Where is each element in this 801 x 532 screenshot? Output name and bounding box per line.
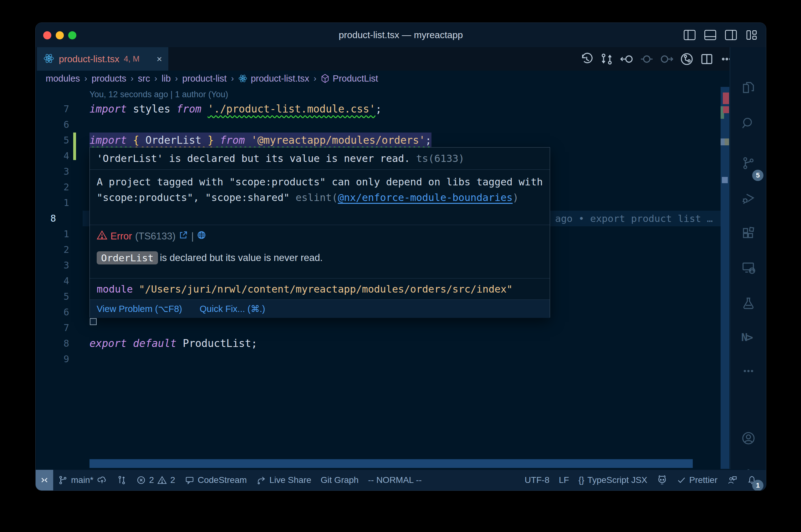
share-icon bbox=[256, 475, 266, 485]
testing-icon[interactable] bbox=[741, 296, 756, 311]
git-branch-status[interactable]: main* bbox=[53, 470, 112, 490]
open-changes-icon[interactable] bbox=[599, 51, 615, 67]
tab-decoration: 4, M bbox=[124, 54, 140, 64]
breadcrumb-separator: › bbox=[175, 74, 178, 83]
code-line[interactable]: 6 bbox=[36, 117, 730, 133]
feedback-status[interactable] bbox=[722, 470, 742, 490]
breadcrumb-separator: › bbox=[154, 74, 158, 83]
next-change-icon[interactable] bbox=[659, 51, 675, 67]
gitlens-graph-icon[interactable] bbox=[679, 51, 695, 67]
vim-mode-status[interactable]: -- NORMAL -- bbox=[363, 470, 426, 490]
source-control-icon[interactable] bbox=[741, 156, 756, 170]
code-line[interactable]: 5import { OrderList } from '@myreactapp/… bbox=[36, 133, 730, 148]
change-marker-icon[interactable] bbox=[639, 51, 655, 67]
open-external-icon[interactable] bbox=[179, 230, 188, 242]
tab-label: product-list.tsx bbox=[59, 54, 119, 64]
language-mode-status[interactable]: {}TypeScript JSX bbox=[574, 470, 652, 490]
code-line[interactable]: 7import styles from './product-list.modu… bbox=[36, 101, 730, 117]
breadcrumb-separator: › bbox=[231, 74, 234, 83]
nx-console-icon[interactable]: N> bbox=[741, 331, 756, 345]
editor-actions bbox=[579, 47, 735, 71]
person-feedback-icon bbox=[727, 475, 738, 485]
split-editor-icon[interactable] bbox=[699, 51, 715, 67]
warnings-icon bbox=[157, 475, 167, 485]
remote-indicator[interactable] bbox=[36, 470, 53, 490]
customize-layout-icon[interactable] bbox=[745, 30, 758, 41]
close-tab-icon[interactable]: × bbox=[157, 54, 162, 64]
breadcrumb-item-productlist[interactable]: ProductList bbox=[321, 73, 378, 84]
code-line[interactable]: 7 bbox=[36, 320, 730, 336]
explorer-icon[interactable] bbox=[741, 80, 756, 95]
titlebar: product-list.tsx — myreactapp bbox=[36, 23, 766, 47]
eol-status[interactable]: LF bbox=[554, 470, 574, 490]
activity-bar: 5 N> 1 bbox=[730, 47, 766, 469]
encoding-status[interactable]: UTF-8 bbox=[520, 470, 554, 490]
breadcrumb-separator: › bbox=[313, 74, 316, 83]
remote-explorer-icon[interactable] bbox=[741, 260, 756, 275]
tab-product-list[interactable]: product-list.tsx 4, M × bbox=[37, 47, 168, 71]
line-number: 5 bbox=[36, 289, 69, 304]
additional-views-icon[interactable] bbox=[741, 364, 756, 378]
react-icon bbox=[238, 74, 248, 83]
breadcrumb-label: products bbox=[92, 73, 126, 84]
git-blame-lens[interactable]: You, 12 seconds ago | 1 author (You) bbox=[90, 88, 228, 101]
toggle-secondary-sidebar-icon[interactable] bbox=[725, 30, 737, 41]
line-number: 7 bbox=[36, 320, 69, 336]
line-number: 4 bbox=[36, 148, 69, 164]
hover-nx-error-section: Error (TS6133) | OrderList is declared b… bbox=[90, 225, 550, 278]
github-status[interactable] bbox=[652, 470, 672, 490]
symbol-badge: OrderList bbox=[97, 251, 158, 264]
problems-status[interactable]: 2 2 bbox=[131, 470, 180, 490]
breadcrumb-label: product-list bbox=[182, 73, 227, 84]
quick-fix-button[interactable]: Quick Fix... (⌘.) bbox=[200, 304, 265, 314]
toggle-panel-icon[interactable] bbox=[704, 30, 716, 41]
vertical-scrollbar[interactable] bbox=[721, 87, 729, 469]
account-icon[interactable] bbox=[741, 431, 756, 445]
line-number: 5 bbox=[36, 133, 69, 148]
globe-icon[interactable] bbox=[197, 230, 206, 242]
errors-icon bbox=[136, 475, 146, 485]
view-problem-button[interactable]: View Problem (⌥F8) bbox=[97, 304, 182, 314]
toggle-sidebar-icon[interactable] bbox=[684, 30, 696, 41]
search-icon[interactable] bbox=[741, 116, 756, 131]
compare-changes-status[interactable] bbox=[112, 470, 131, 490]
breadcrumb-separator: › bbox=[131, 74, 133, 83]
live-share-status[interactable]: Live Share bbox=[252, 470, 316, 490]
line-number: 8 bbox=[50, 211, 75, 226]
code-line[interactable]: 8export default ProductList; bbox=[36, 336, 730, 352]
line-number: 2 bbox=[36, 242, 69, 258]
overview-ruler-cursor-marker bbox=[722, 177, 728, 183]
hover-resize-handle[interactable] bbox=[90, 318, 97, 325]
git-graph-status[interactable]: Git Graph bbox=[316, 470, 363, 490]
prettier-status[interactable]: Prettier bbox=[672, 470, 722, 490]
breadcrumb-item-product-list[interactable]: product-list bbox=[182, 73, 227, 84]
horizontal-scrollbar[interactable] bbox=[90, 459, 693, 468]
overview-ruler-info-marker bbox=[725, 138, 729, 145]
symbol-box-icon bbox=[321, 74, 329, 83]
line-number: 7 bbox=[36, 101, 69, 117]
vscode-window: product-list.tsx — myreactapp product-li… bbox=[35, 22, 766, 491]
extensions-icon[interactable] bbox=[741, 226, 756, 241]
line-number: 4 bbox=[36, 273, 69, 289]
code-editor[interactable]: You, 12 seconds ago | 1 author (You) 7im… bbox=[36, 86, 730, 470]
breadcrumb-label: product-list.tsx bbox=[251, 73, 309, 84]
timeline-history-icon[interactable] bbox=[579, 51, 595, 67]
run-debug-icon[interactable] bbox=[741, 191, 756, 205]
warning-triangle-icon bbox=[97, 230, 107, 243]
eslint-rule-link[interactable]: @nx/enforce-module-boundaries bbox=[338, 192, 513, 204]
code-line[interactable]: 9 bbox=[36, 352, 730, 367]
breadcrumb-item-modules[interactable]: modules bbox=[46, 73, 80, 84]
breadcrumb-item-product-list-tsx[interactable]: product-list.tsx bbox=[238, 73, 309, 84]
hover-ts-diagnostic: 'OrderList' is declared but its value is… bbox=[90, 148, 550, 169]
previous-change-icon[interactable] bbox=[619, 51, 635, 67]
error-message: is declared but its value is never read. bbox=[160, 252, 323, 264]
tab-bar: product-list.tsx 4, M × bbox=[36, 47, 766, 71]
error-label: Error bbox=[110, 231, 132, 242]
breadcrumb-item-products[interactable]: products bbox=[92, 73, 126, 84]
codestream-status[interactable]: CodeStream bbox=[180, 470, 252, 490]
octoface-icon bbox=[657, 475, 668, 486]
breadcrumb-item-src[interactable]: src bbox=[138, 73, 150, 84]
breadcrumb-separator: › bbox=[85, 74, 87, 83]
breadcrumb-item-lib[interactable]: lib bbox=[162, 73, 171, 84]
overview-ruler-error-marker bbox=[723, 93, 729, 104]
